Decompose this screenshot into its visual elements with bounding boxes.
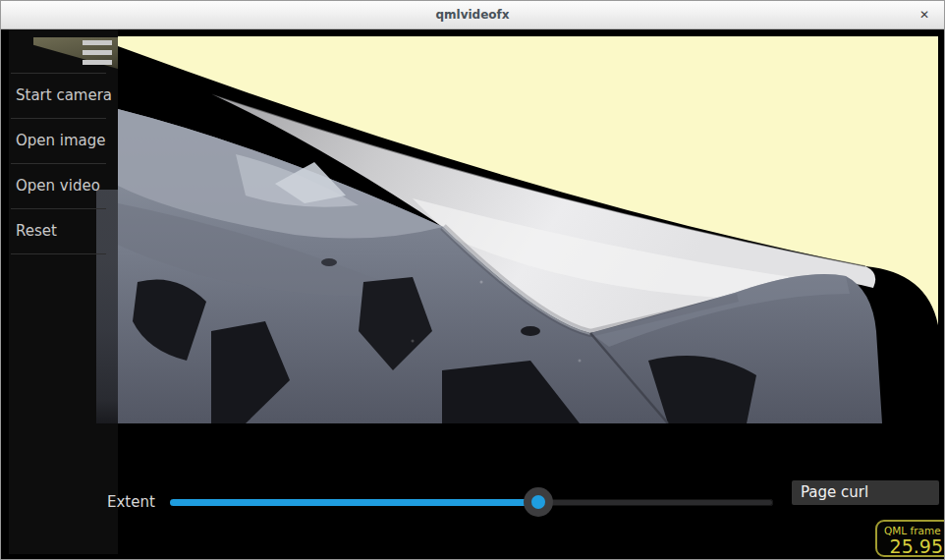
extent-slider-handle[interactable] <box>524 487 553 517</box>
extent-slider-label: Extent <box>107 493 155 511</box>
window-title: qmlvideofx <box>1 1 944 28</box>
app-window: qmlvideofx ✕ <box>0 0 945 560</box>
page-curl-scene <box>118 36 938 423</box>
extent-slider-track[interactable] <box>170 499 773 506</box>
sidebar-item-open-video[interactable]: Open video <box>11 164 106 209</box>
bottom-controls: Extent Page curl QML frame r... 25.95 <box>1 473 945 541</box>
fps-readout: QML frame r... 25.95 <box>875 520 945 557</box>
sidebar-item-reset[interactable]: Reset <box>11 209 106 254</box>
sidebar-item-start-camera[interactable]: Start camera <box>11 74 106 119</box>
title-bar: qmlvideofx ✕ <box>1 1 944 29</box>
fps-value: 25.95 <box>884 535 945 557</box>
close-icon[interactable]: ✕ <box>911 1 938 28</box>
extent-slider[interactable] <box>170 473 773 532</box>
extent-slider-fill <box>170 499 538 506</box>
sidebar-menu: Start camera Open image Open video Reset <box>11 73 106 254</box>
effect-selector-button[interactable]: Page curl <box>792 480 939 505</box>
sidebar-item-open-image[interactable]: Open image <box>11 119 106 164</box>
hamburger-menu-icon[interactable] <box>83 40 112 66</box>
